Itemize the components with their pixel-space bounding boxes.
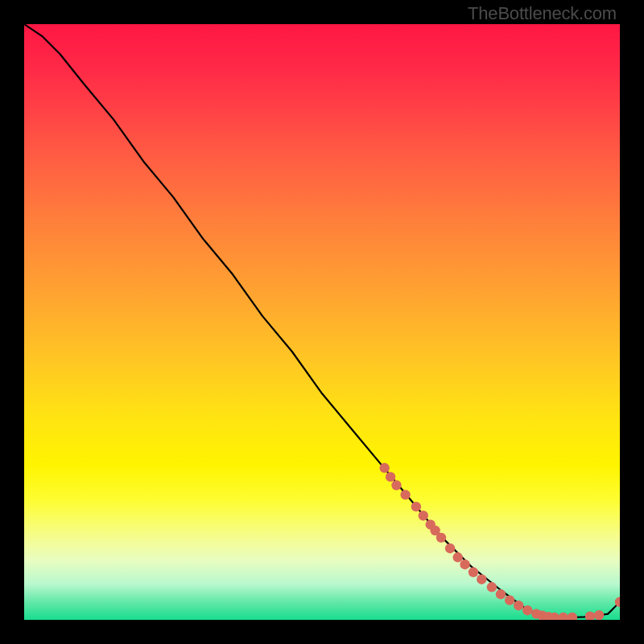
data-point bbox=[391, 481, 401, 490]
data-point bbox=[585, 611, 595, 620]
data-point bbox=[400, 489, 410, 499]
data-point bbox=[436, 533, 446, 543]
data-point bbox=[514, 601, 523, 610]
data-point bbox=[469, 568, 478, 577]
data-point bbox=[559, 613, 568, 620]
data-point bbox=[568, 613, 577, 620]
watermark-text: TheBottleneck.com bbox=[468, 3, 617, 24]
data-point bbox=[453, 552, 463, 562]
data-point bbox=[505, 595, 514, 605]
data-point bbox=[477, 575, 486, 584]
data-point bbox=[419, 510, 428, 520]
data-point bbox=[445, 543, 455, 553]
data-point bbox=[522, 605, 532, 615]
data-point bbox=[460, 559, 469, 569]
data-point bbox=[411, 502, 421, 511]
marker-group bbox=[380, 463, 621, 620]
bottleneck-curve bbox=[24, 24, 620, 617]
data-point bbox=[496, 589, 506, 599]
plot-area bbox=[24, 24, 620, 620]
data-point bbox=[380, 463, 390, 473]
data-point bbox=[594, 610, 604, 620]
data-point bbox=[487, 582, 497, 592]
data-point bbox=[386, 472, 395, 481]
chart-svg bbox=[24, 24, 620, 620]
